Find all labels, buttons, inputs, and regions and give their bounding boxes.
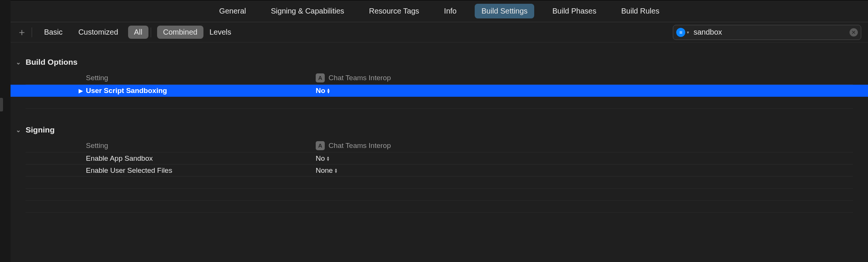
section-title: Signing — [26, 125, 55, 134]
setting-value[interactable]: No▴▾ — [316, 154, 329, 163]
column-target-label: Chat Teams Interop — [329, 142, 391, 150]
search-field-container: ≡ ▾ ✕ — [673, 25, 861, 40]
empty-row — [26, 97, 853, 109]
separator — [32, 27, 32, 37]
clear-search-icon[interactable]: ✕ — [850, 28, 858, 37]
filter-combined[interactable]: Combined — [157, 26, 203, 39]
filter-basic[interactable]: Basic — [38, 26, 69, 39]
build-settings-toolbar: ＋ Basic Customized All Combined Levels ≡… — [11, 22, 868, 43]
section-signing: ⌄SigningSettingAChat Teams InteropEnable… — [11, 125, 868, 213]
setting-value[interactable]: None▴▾ — [316, 166, 337, 175]
section-build-options: ⌄Build OptionsSettingAChat Teams Interop… — [11, 58, 868, 109]
app-icon: A — [316, 73, 325, 82]
section-header[interactable]: ⌄Signing — [11, 125, 868, 134]
tab-build-phases[interactable]: Build Phases — [546, 4, 603, 18]
editor-pane: GeneralSigning & CapabilitiesResource Ta… — [11, 0, 868, 262]
setting-row[interactable]: Enable User Selected FilesNone▴▾ — [26, 165, 853, 177]
target-editor-tabs: GeneralSigning & CapabilitiesResource Ta… — [11, 0, 868, 22]
empty-row — [26, 189, 853, 201]
build-settings-content: ⌄Build OptionsSettingAChat Teams Interop… — [11, 43, 868, 262]
filter-levels[interactable]: Levels — [203, 26, 237, 39]
setting-value[interactable]: No▴▾ — [316, 87, 330, 95]
app-icon: A — [316, 141, 325, 150]
left-gutter — [0, 0, 11, 262]
stepper-icon: ▴▾ — [335, 168, 337, 173]
column-header-row: SettingAChat Teams Interop — [26, 71, 853, 85]
tab-info[interactable]: Info — [437, 4, 463, 18]
tab-build-settings[interactable]: Build Settings — [475, 4, 534, 18]
section-title: Build Options — [26, 58, 78, 67]
filter-customized[interactable]: Customized — [72, 26, 124, 39]
filter-all[interactable]: All — [128, 26, 148, 39]
search-scope-icon[interactable]: ≡ — [676, 28, 685, 37]
chevron-right-icon[interactable]: ▶ — [79, 88, 83, 94]
tab-resource-tags[interactable]: Resource Tags — [362, 4, 426, 18]
panel-drag-handle[interactable] — [0, 98, 3, 111]
column-target-label: Chat Teams Interop — [329, 74, 391, 82]
tab-build-rules[interactable]: Build Rules — [614, 4, 666, 18]
column-setting-label: Setting — [86, 142, 316, 150]
column-setting-label: Setting — [86, 74, 316, 82]
chevron-down-icon: ⌄ — [16, 126, 23, 134]
search-input[interactable] — [693, 27, 850, 37]
setting-row[interactable]: Enable App SandboxNo▴▾ — [26, 152, 853, 165]
empty-row — [26, 177, 853, 189]
column-header-row: SettingAChat Teams Interop — [26, 139, 853, 152]
separator — [151, 27, 151, 37]
setting-name: User Script Sandboxing — [86, 87, 316, 95]
add-build-setting-button[interactable]: ＋ — [14, 26, 29, 39]
chevron-down-icon: ⌄ — [16, 59, 23, 66]
chevron-down-icon[interactable]: ▾ — [687, 30, 689, 35]
section-header[interactable]: ⌄Build Options — [11, 58, 868, 67]
stepper-icon: ▴▾ — [327, 88, 330, 93]
empty-row — [26, 201, 853, 213]
setting-name: Enable App Sandbox — [86, 154, 316, 163]
tab-signing-capabilities[interactable]: Signing & Capabilities — [264, 4, 351, 18]
stepper-icon: ▴▾ — [327, 156, 329, 161]
tab-general[interactable]: General — [212, 4, 253, 18]
setting-row[interactable]: ▶User Script SandboxingNo▴▾ — [11, 85, 868, 97]
setting-name: Enable User Selected Files — [86, 166, 316, 175]
